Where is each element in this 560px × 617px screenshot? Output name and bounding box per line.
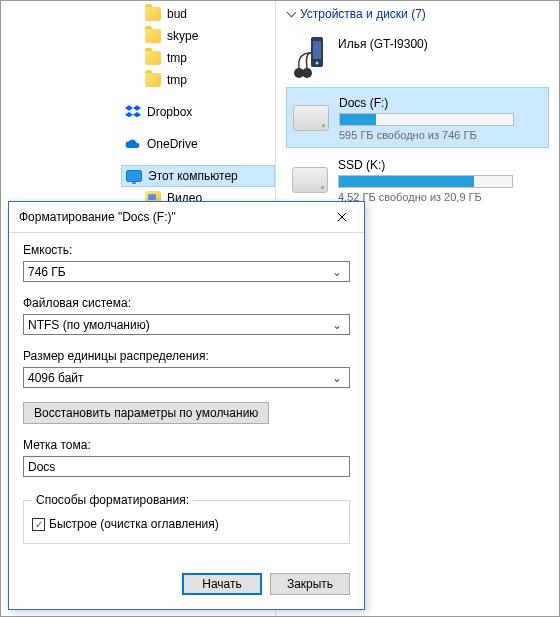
svg-point-4 bbox=[316, 62, 319, 65]
nav-item-label: bud bbox=[167, 7, 187, 21]
nav-item-label: Этот компьютер bbox=[148, 169, 238, 183]
device-info: SSD (K:) 4,52 ГБ свободно из 20,9 ГБ bbox=[338, 156, 545, 203]
filesystem-label: Файловая система: bbox=[23, 296, 350, 310]
phone-icon bbox=[290, 35, 330, 79]
dialog-body: Емкость: 746 ГБ ⌄ Файловая система: NTFS… bbox=[9, 232, 364, 554]
nav-item-onedrive[interactable]: OneDrive bbox=[121, 133, 275, 155]
device-name: SSD (K:) bbox=[338, 158, 545, 172]
capacity-label: Емкость: bbox=[23, 243, 350, 257]
alloc-label: Размер единицы распределения: bbox=[23, 349, 350, 363]
nav-item-tmp2[interactable]: tmp bbox=[141, 69, 275, 91]
quick-format-row[interactable]: ✓ Быстрое (очистка оглавления) bbox=[32, 517, 341, 531]
nav-item-bud[interactable]: bud bbox=[141, 3, 275, 25]
format-dialog: Форматирование "Docs (F:)" Емкость: 746 … bbox=[8, 201, 365, 610]
device-subtext: 595 ГБ свободно из 746 ГБ bbox=[339, 129, 544, 141]
hdd-icon bbox=[290, 156, 330, 200]
nav-item-this-pc[interactable]: Этот компьютер bbox=[121, 165, 275, 187]
alloc-select[interactable]: 4096 байт ⌄ bbox=[23, 367, 350, 388]
folder-icon bbox=[145, 29, 161, 43]
close-icon bbox=[337, 212, 347, 222]
folder-icon bbox=[145, 73, 161, 87]
dialog-title: Форматирование "Docs (F:)" bbox=[19, 210, 326, 224]
nav-item-label: tmp bbox=[167, 51, 187, 65]
volume-label-input[interactable] bbox=[23, 456, 350, 477]
volume-label-label: Метка тома: bbox=[23, 438, 350, 452]
chevron-down-icon: ⌄ bbox=[329, 265, 345, 279]
dialog-footer: Начать Закрыть bbox=[168, 573, 364, 609]
chevron-down-icon: ⌄ bbox=[329, 371, 345, 385]
dropbox-icon bbox=[125, 104, 141, 120]
format-options-fieldset: Способы форматирования: ✓ Быстрое (очист… bbox=[23, 493, 350, 544]
monitor-icon bbox=[126, 170, 142, 182]
onedrive-icon bbox=[125, 136, 141, 152]
storage-bar bbox=[339, 113, 514, 126]
nav-item-label: Dropbox bbox=[147, 105, 192, 119]
format-options-legend: Способы форматирования: bbox=[32, 493, 193, 507]
svg-point-1 bbox=[302, 68, 312, 78]
device-subtext: 4,52 ГБ свободно из 20,9 ГБ bbox=[338, 191, 545, 203]
device-name: Илья (GT-I9300) bbox=[338, 37, 545, 51]
svg-rect-3 bbox=[313, 41, 321, 59]
nav-item-label: OneDrive bbox=[147, 137, 198, 151]
nav-item-label: skype bbox=[167, 29, 198, 43]
filesystem-value: NTFS (по умолчанию) bbox=[28, 318, 150, 332]
devices-section-header[interactable]: Устройства и диски (7) bbox=[286, 7, 549, 21]
device-phone[interactable]: Илья (GT-I9300) bbox=[286, 29, 549, 85]
section-title: Устройства и диски (7) bbox=[300, 7, 426, 21]
chevron-down-icon bbox=[286, 9, 296, 19]
capacity-select[interactable]: 746 ГБ ⌄ bbox=[23, 261, 350, 282]
filesystem-select[interactable]: NTFS (по умолчанию) ⌄ bbox=[23, 314, 350, 335]
titlebar[interactable]: Форматирование "Docs (F:)" bbox=[9, 202, 364, 232]
folder-icon bbox=[145, 7, 161, 21]
storage-bar bbox=[338, 175, 513, 188]
nav-item-skype[interactable]: skype bbox=[141, 25, 275, 47]
device-name: Docs (F:) bbox=[339, 96, 544, 110]
start-button[interactable]: Начать bbox=[182, 573, 262, 595]
hdd-icon bbox=[291, 94, 331, 138]
nav-item-label: tmp bbox=[167, 73, 187, 87]
quick-format-label: Быстрое (очистка оглавления) bbox=[49, 517, 219, 531]
nav-item-dropbox[interactable]: Dropbox bbox=[121, 101, 275, 123]
alloc-value: 4096 байт bbox=[28, 371, 84, 385]
quick-format-checkbox[interactable]: ✓ bbox=[32, 518, 45, 531]
restore-defaults-button[interactable]: Восстановить параметры по умолчанию bbox=[23, 402, 269, 424]
chevron-down-icon: ⌄ bbox=[329, 318, 345, 332]
device-info: Илья (GT-I9300) bbox=[338, 35, 545, 54]
device-info: Docs (F:) 595 ГБ свободно из 746 ГБ bbox=[339, 94, 544, 141]
device-docs-drive[interactable]: Docs (F:) 595 ГБ свободно из 746 ГБ bbox=[286, 87, 549, 148]
capacity-value: 746 ГБ bbox=[28, 265, 66, 279]
close-dialog-button[interactable]: Закрыть bbox=[270, 573, 350, 595]
close-button[interactable] bbox=[326, 205, 358, 229]
nav-item-tmp1[interactable]: tmp bbox=[141, 47, 275, 69]
folder-icon bbox=[145, 51, 161, 65]
